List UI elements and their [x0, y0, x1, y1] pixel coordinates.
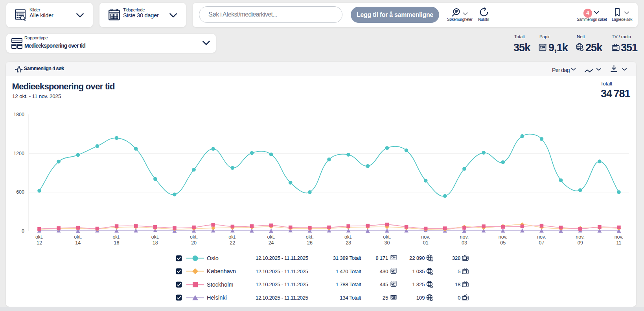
svg-text:03: 03	[462, 240, 467, 246]
svg-text:1200: 1200	[13, 151, 24, 156]
svg-text:28: 28	[346, 240, 351, 246]
svg-text:600: 600	[16, 189, 24, 195]
svg-text:16: 16	[114, 240, 120, 246]
svg-text:okt.: okt.	[151, 234, 159, 240]
svg-text:12: 12	[37, 240, 42, 246]
svg-text:okt.: okt.	[228, 234, 236, 240]
svg-text:nov.: nov.	[421, 234, 430, 240]
svg-text:01: 01	[423, 240, 429, 246]
svg-text:0: 0	[22, 228, 24, 234]
svg-text:okt.: okt.	[190, 234, 198, 240]
svg-text:11: 11	[616, 240, 622, 246]
svg-text:okt.: okt.	[74, 234, 82, 240]
svg-text:09: 09	[578, 240, 583, 246]
svg-text:okt.: okt.	[267, 234, 275, 240]
svg-text:18: 18	[153, 240, 158, 246]
svg-text:24: 24	[269, 240, 274, 246]
svg-text:nov.: nov.	[499, 234, 508, 240]
svg-text:okt.: okt.	[344, 234, 352, 240]
svg-text:26: 26	[307, 240, 313, 246]
svg-text:nov.: nov.	[537, 234, 546, 240]
svg-text:okt.: okt.	[383, 234, 391, 240]
svg-text:30: 30	[384, 240, 390, 246]
svg-text:22: 22	[230, 240, 235, 246]
svg-text:05: 05	[500, 240, 506, 246]
svg-text:okt.: okt.	[35, 234, 43, 240]
svg-text:07: 07	[539, 240, 545, 246]
svg-text:nov.: nov.	[460, 234, 469, 240]
svg-text:nov.: nov.	[576, 234, 585, 240]
svg-text:okt.: okt.	[112, 234, 120, 240]
svg-text:20: 20	[191, 240, 197, 246]
svg-text:okt.: okt.	[306, 234, 314, 240]
svg-text:nov.: nov.	[615, 234, 624, 240]
svg-text:1800: 1800	[13, 112, 24, 117]
svg-text:14: 14	[75, 240, 81, 246]
